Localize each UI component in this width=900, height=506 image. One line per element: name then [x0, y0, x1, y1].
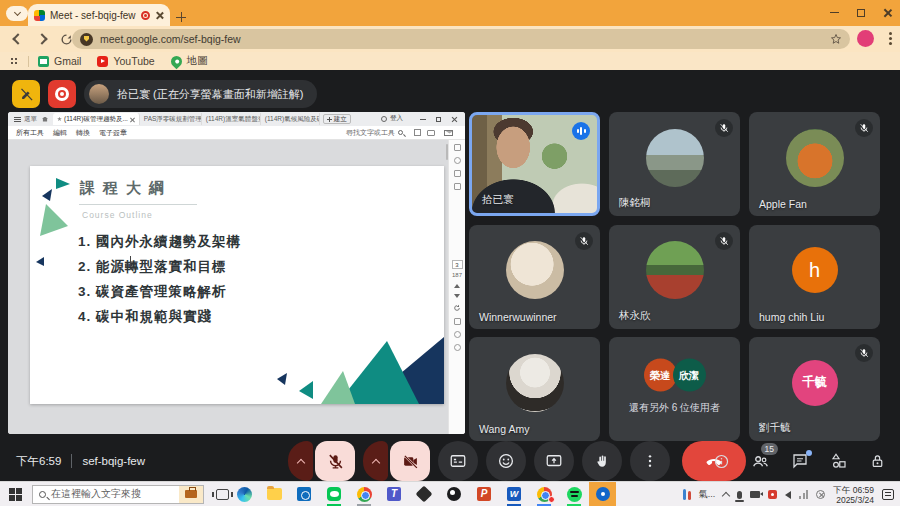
bookmark-maps[interactable]: 地圖 [171, 54, 208, 68]
share-icon[interactable] [454, 144, 461, 151]
address-bar[interactable]: meet.google.com/sef-bqig-few [72, 29, 850, 49]
next-page-icon[interactable] [454, 294, 460, 298]
scrollbar[interactable] [446, 144, 448, 160]
taskbar-app-edge[interactable] [229, 482, 259, 506]
acrobat-find-box[interactable]: 尋找文字或工具 [346, 128, 403, 138]
menu-all-tools[interactable]: 所有工具 [16, 128, 44, 138]
bookmark-gmail[interactable]: Gmail [38, 55, 81, 67]
acrobat-close-button[interactable] [451, 116, 457, 122]
annotation-tool-button[interactable] [12, 80, 40, 108]
participant-tile[interactable]: 林永欣 [609, 225, 740, 329]
window-minimize-button[interactable] [830, 12, 839, 14]
taskbar-app-chrome[interactable] [349, 482, 379, 506]
acrobat-menu-button[interactable]: 選單 [8, 115, 37, 124]
menu-convert[interactable]: 轉換 [76, 128, 90, 138]
camera-toggle-button[interactable] [390, 441, 430, 481]
task-view-button[interactable] [216, 489, 229, 500]
mic-toggle-button[interactable] [315, 441, 355, 481]
notification-center-icon[interactable] [882, 489, 894, 500]
window-maximize-button[interactable] [857, 9, 865, 17]
menu-esign[interactable]: 電子簽章 [99, 128, 127, 138]
taskbar-app-spotify[interactable] [559, 482, 589, 506]
taskbar-app-word[interactable]: W [499, 482, 529, 506]
share-mail-icon[interactable] [444, 130, 453, 136]
zoom-in-icon[interactable] [454, 331, 461, 338]
tab-close-icon[interactable] [155, 11, 164, 20]
acrobat-sign-in-button[interactable]: 登入 [381, 114, 403, 123]
activities-button[interactable] [830, 452, 848, 470]
raise-hand-button[interactable] [582, 441, 622, 481]
taskbar-app-chrome-profile[interactable] [529, 482, 559, 506]
screenshare-tile[interactable]: 選單 (114R)碳管理趨勢及... PAS淨零碳規劃管理師能力... (114… [8, 112, 465, 434]
tab-close-icon[interactable] [130, 117, 135, 122]
bookmark-star-icon[interactable] [830, 33, 842, 45]
zoom-out-icon[interactable] [454, 344, 461, 351]
start-button[interactable] [9, 488, 22, 501]
tab-search-button[interactable] [6, 6, 28, 21]
menu-edit[interactable]: 編輯 [53, 128, 67, 138]
acrobat-tab-1[interactable]: (114R)碳管理趨勢及... [53, 113, 140, 125]
participant-tile[interactable]: Winnerwuwinner [469, 225, 600, 329]
tray-recording-icon[interactable] [768, 490, 777, 499]
taskbar-app-teams[interactable]: T [379, 482, 409, 506]
fit-page-icon[interactable] [454, 318, 461, 325]
more-options-button[interactable] [630, 441, 670, 481]
taskbar-app-explorer[interactable] [259, 482, 289, 506]
host-controls-button[interactable] [869, 453, 886, 470]
mic-options-button[interactable] [288, 441, 313, 481]
recording-button[interactable] [48, 80, 76, 108]
participant-tile[interactable]: Wang Amy [469, 337, 600, 441]
acrobat-maximize-button[interactable] [436, 117, 441, 122]
bookmark-youtube[interactable]: YouTube [97, 55, 154, 67]
acrobat-create-button[interactable]: 建立 [323, 114, 351, 124]
acrobat-home-icon[interactable] [42, 117, 48, 122]
taskbar-app-obs[interactable] [439, 482, 469, 506]
back-button[interactable] [12, 33, 23, 44]
print-icon[interactable] [427, 130, 435, 136]
meeting-details-button[interactable] [713, 453, 730, 470]
ai-assistant-icon[interactable] [454, 157, 461, 164]
browser-menu-icon[interactable] [889, 32, 892, 35]
taskbar-app-line[interactable] [319, 482, 349, 506]
people-button[interactable]: 15 [751, 452, 770, 471]
taskbar-app-active[interactable] [589, 482, 616, 506]
participant-tile[interactable]: h humg chih Liu [749, 225, 880, 329]
participant-tile[interactable]: Apple Fan [749, 112, 880, 216]
tray-mic-icon[interactable] [737, 491, 742, 499]
new-tab-button[interactable] [176, 8, 186, 26]
captions-button[interactable] [438, 441, 478, 481]
weather-label[interactable]: 氣... [699, 488, 716, 501]
attachments-icon[interactable] [454, 183, 461, 190]
browser-profile-avatar[interactable] [857, 30, 874, 47]
participant-tile[interactable]: 千毓 劉千毓 [749, 337, 880, 441]
tray-network-icon[interactable] [799, 490, 808, 499]
participant-tile-speaker[interactable]: 拾已寰 [469, 112, 600, 216]
apps-grid-icon[interactable] [10, 57, 19, 66]
tray-clock[interactable]: 下午 06:59 2025/3/24 [833, 485, 874, 505]
acrobat-tab-2[interactable]: PAS淨零碳規劃管理師能力... [140, 113, 202, 125]
search-highlight-button[interactable] [179, 486, 203, 503]
site-settings-icon[interactable] [80, 33, 93, 46]
window-close-button[interactable] [883, 8, 892, 17]
present-button[interactable] [534, 441, 574, 481]
taskbar-app-outlook[interactable] [289, 482, 319, 506]
page-thumbnails-icon[interactable] [414, 129, 421, 136]
current-page-input[interactable]: 3 [452, 260, 463, 269]
tray-camera-icon[interactable] [750, 491, 760, 498]
weather-widget[interactable] [683, 489, 691, 500]
tray-cancel-icon[interactable] [816, 490, 825, 499]
taskbar-app-powerpoint[interactable]: P [469, 482, 499, 506]
taskbar-app-dark[interactable] [409, 482, 439, 506]
forward-button[interactable] [36, 33, 47, 44]
acrobat-tab-4[interactable]: (114R)氣候風險及碳管理實務 [261, 113, 320, 125]
previous-page-icon[interactable] [454, 284, 460, 288]
chat-button[interactable] [791, 452, 809, 470]
acrobat-minimize-button[interactable] [420, 119, 426, 120]
participant-tile[interactable]: 陳銘桐 [609, 112, 740, 216]
taskbar-search-input[interactable]: 在這裡輸入文字來搜 [32, 485, 204, 504]
camera-options-button[interactable] [363, 441, 388, 481]
comment-icon[interactable] [454, 170, 461, 177]
acrobat-tab-3[interactable]: (114R)溫室氣體盤查方法與... [202, 113, 261, 125]
rotate-icon[interactable] [453, 304, 461, 312]
browser-tab-meet[interactable]: Meet - sef-bqig-few [28, 4, 170, 26]
